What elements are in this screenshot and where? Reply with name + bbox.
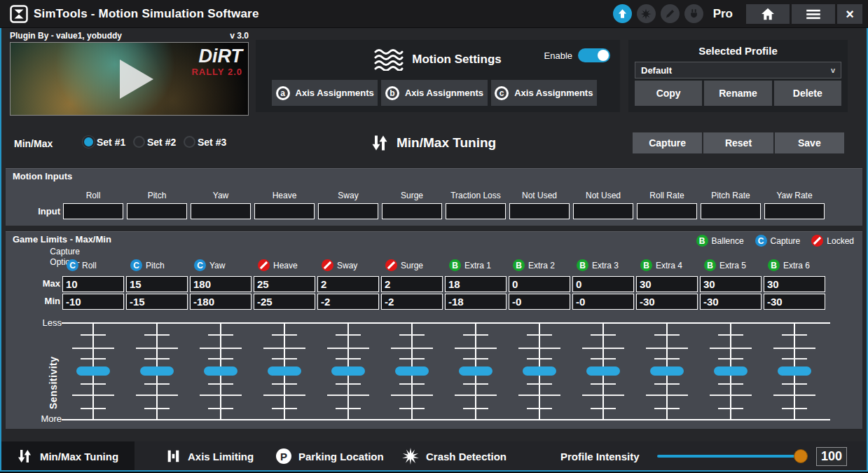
close-button[interactable]: × [837,4,862,24]
input-value-box[interactable] [254,203,315,219]
game-preview-image[interactable]: DiRT RALLY 2.0 [10,42,249,116]
max-value-box[interactable]: 30 [636,276,698,292]
input-value-box[interactable] [509,203,570,219]
minmax-label: Min/Max [14,138,53,149]
tab-minmax-tuning[interactable]: Min/Max Tuning [0,441,135,471]
delete-button[interactable]: Delete [774,81,841,106]
min-value-box[interactable]: -2 [317,294,379,310]
profile-intensity-value[interactable]: 100 [816,447,847,466]
max-value-box[interactable]: 18 [445,276,507,292]
play-icon[interactable] [117,58,155,100]
min-value-box[interactable]: -2 [381,294,443,310]
capture-option-ballence[interactable]: BExtra 1 [449,259,491,271]
capture-option-capture[interactable]: CPitch [130,259,165,271]
capture-option-locked[interactable]: Sway [322,259,357,271]
axis-assignments-c-button[interactable]: c Axis Assignments [491,80,597,106]
sensitivity-slider-handle[interactable] [204,366,237,376]
capture-button[interactable]: Capture [633,132,702,153]
copy-button[interactable]: Copy [635,81,702,106]
max-value-box[interactable]: 2 [381,276,443,292]
input-value-box[interactable] [701,203,761,219]
capture-option-capture[interactable]: CYaw [194,259,225,271]
slider-tick [591,383,616,385]
max-value-box[interactable]: 30 [764,276,825,292]
input-value-box[interactable] [573,203,633,219]
max-value-box[interactable]: 0 [509,276,570,292]
sensitivity-slider-handle[interactable] [650,366,684,376]
sensitivity-slider-handle[interactable] [331,366,365,376]
set3-radio[interactable]: Set #3 [184,136,226,148]
min-value-box[interactable]: -0 [572,294,634,310]
update-up-arrow-icon[interactable] [613,4,632,23]
capture-option-locked[interactable]: Heave [258,259,298,271]
max-value-box[interactable]: 180 [190,276,252,292]
input-value-box[interactable] [382,203,442,219]
slider-tick [144,334,170,336]
plug-icon[interactable] [684,4,703,23]
profile-intensity-slider[interactable] [657,455,807,458]
slider-tick [391,395,433,396]
set1-radio[interactable]: Set #1 [83,136,125,148]
axis-assignments-a-button[interactable]: a Axis Assignments [272,80,378,106]
sensitivity-slider-handle[interactable] [778,366,811,376]
capture-option-ballence[interactable]: BExtra 5 [704,259,746,271]
save-button[interactable]: Save [775,132,844,153]
min-value-box[interactable]: -30 [700,294,762,310]
rename-button[interactable]: Rename [704,81,771,106]
sensitivity-slider-handle[interactable] [586,366,620,376]
input-value-box[interactable] [446,203,506,219]
sensitivity-slider-handle[interactable] [76,366,110,376]
set2-radio[interactable]: Set #2 [133,136,176,148]
min-value-box[interactable]: -10 [62,294,124,310]
capture-option-ballence[interactable]: BExtra 6 [768,259,810,271]
input-value-box[interactable] [191,203,251,219]
min-value-box[interactable]: -0 [509,294,570,310]
sensitivity-slider-handle[interactable] [395,366,429,376]
min-value-box[interactable]: -30 [636,294,698,310]
slider-tick [654,383,680,385]
reset-button[interactable]: Reset [703,132,773,153]
input-value-box[interactable] [127,203,187,219]
min-value-box[interactable]: -25 [254,294,315,310]
sensitivity-slider-handle[interactable] [714,366,748,376]
capture-option-ballence[interactable]: BExtra 3 [577,259,619,271]
profile-intensity-handle[interactable] [794,449,808,463]
axis-column-label: Sway [337,261,357,270]
min-value-box[interactable]: -18 [445,294,507,310]
capture-option-ballence[interactable]: BExtra 2 [513,259,555,271]
capture-option-locked[interactable]: Surge [385,259,423,271]
sensitivity-slider-handle[interactable] [523,366,556,376]
max-value-box[interactable]: 30 [700,276,762,292]
home-button[interactable] [746,4,790,24]
tab-parking-location[interactable]: P Parking Location [266,441,394,471]
sensitivity-slider-handle[interactable] [268,366,301,376]
max-value-box[interactable]: 25 [254,276,315,292]
sensitivity-slider-handle[interactable] [459,366,492,376]
input-column-header: Traction Loss [444,191,507,200]
input-value-box[interactable] [318,203,378,219]
capture-option-capture[interactable]: CRoll [67,259,97,271]
max-value-box[interactable]: 10 [62,276,124,292]
input-column-header: Not Used [508,191,571,200]
input-value-box[interactable] [63,203,123,219]
axis-assignments-b-button[interactable]: b Axis Assignments [381,80,487,106]
pencil-icon[interactable] [661,4,680,23]
tab-crash-detection[interactable]: Crash Detection [392,441,516,471]
burst-icon[interactable] [637,4,656,23]
max-value-box[interactable]: 0 [572,276,634,292]
tab-axis-limiting[interactable]: Axis Limiting [156,441,263,471]
enable-toggle[interactable] [578,48,610,62]
min-value-box[interactable]: -30 [764,294,825,310]
min-value-box[interactable]: -15 [126,294,188,310]
max-value-box[interactable]: 15 [126,276,188,292]
input-value-box[interactable] [637,203,697,219]
capture-option-ballence[interactable]: BExtra 4 [640,259,682,271]
sensitivity-slider-handle[interactable] [140,366,174,376]
max-value-box[interactable]: 2 [317,276,379,292]
slider-tick [527,334,552,336]
input-value-box[interactable] [764,203,825,219]
menu-button[interactable] [792,4,835,24]
slider-tick [399,383,425,385]
min-value-box[interactable]: -180 [190,294,252,310]
profile-dropdown[interactable]: Default v [635,62,841,78]
